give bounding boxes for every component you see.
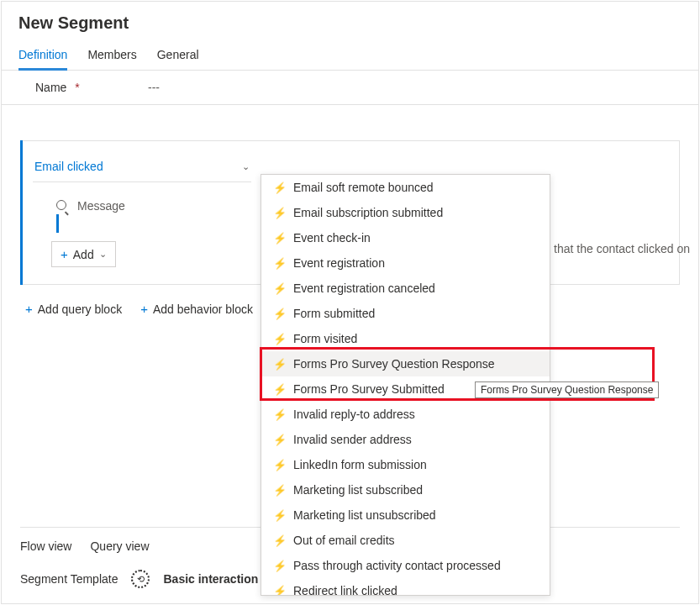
tab-bar: Definition Members General bbox=[2, 41, 698, 71]
menu-item[interactable]: ⚡LinkedIn form submission bbox=[261, 452, 550, 477]
lightning-icon: ⚡ bbox=[273, 308, 285, 320]
lightning-icon: ⚡ bbox=[273, 434, 285, 446]
chevron-down-icon: ⌄ bbox=[242, 161, 250, 172]
required-marker: * bbox=[75, 81, 79, 94]
menu-item-label: Marketing list unsubscribed bbox=[293, 508, 436, 522]
lightning-icon: ⚡ bbox=[273, 333, 285, 345]
menu-item[interactable]: ⚡Invalid reply-to address bbox=[261, 402, 550, 427]
menu-item[interactable]: ⚡Event registration canceled bbox=[261, 276, 550, 301]
segment-template-label: Segment Template bbox=[20, 572, 118, 586]
menu-item-label: Forms Pro Survey Question Response bbox=[293, 357, 495, 371]
menu-item-label: Pass through activity contact processed bbox=[293, 559, 501, 572]
add-behavior-block-button[interactable]: + Add behavior block bbox=[140, 302, 253, 316]
menu-item-label: Email soft remote bounced bbox=[293, 181, 434, 194]
menu-item[interactable]: ⚡Email soft remote bounced bbox=[261, 175, 550, 200]
menu-item[interactable]: ⚡Invalid sender address bbox=[261, 427, 550, 452]
menu-item[interactable]: ⚡Form submitted bbox=[261, 301, 550, 326]
menu-item-label: Event registration bbox=[293, 256, 385, 270]
query-view-link[interactable]: Query view bbox=[90, 539, 149, 553]
template-icon: ⟲ bbox=[131, 570, 150, 588]
menu-item-label: Event check-in bbox=[293, 231, 371, 245]
lightning-icon: ⚡ bbox=[273, 534, 285, 547]
menu-item[interactable]: ⚡Email subscription submitted bbox=[261, 200, 550, 225]
menu-item-label: Form visited bbox=[293, 332, 357, 345]
tooltip: Forms Pro Survey Question Response bbox=[475, 381, 659, 398]
menu-item[interactable]: ⚡Marketing list subscribed bbox=[261, 477, 550, 502]
inline-hint-text: ail that the contact clicked on bbox=[539, 242, 690, 255]
search-icon bbox=[56, 199, 71, 213]
tab-definition[interactable]: Definition bbox=[18, 41, 67, 70]
menu-item-label: Marketing list subscribed bbox=[293, 483, 423, 497]
lightning-icon: ⚡ bbox=[273, 282, 285, 295]
chevron-down-icon: ⌄ bbox=[99, 249, 107, 260]
menu-item[interactable]: ⚡Pass through activity contact processed bbox=[261, 553, 550, 578]
lightning-icon: ⚡ bbox=[273, 408, 285, 421]
plus-icon: + bbox=[140, 302, 148, 316]
message-label: Message bbox=[77, 199, 125, 213]
add-query-block-button[interactable]: + Add query block bbox=[25, 302, 122, 316]
lightning-icon: ⚡ bbox=[273, 257, 285, 270]
behavior-dropdown[interactable]: Email clicked ⌄ bbox=[33, 155, 251, 182]
flow-view-link[interactable]: Flow view bbox=[20, 539, 71, 553]
tab-members[interactable]: Members bbox=[87, 41, 136, 70]
plus-icon: + bbox=[25, 302, 33, 316]
menu-item-label: Invalid sender address bbox=[293, 433, 412, 446]
lightning-icon: ⚡ bbox=[273, 560, 285, 572]
menu-item[interactable]: ⚡Out of email credits bbox=[261, 528, 550, 553]
name-label: Name * bbox=[35, 81, 136, 94]
lightning-icon: ⚡ bbox=[273, 182, 285, 194]
menu-item-label: Form submitted bbox=[293, 307, 375, 320]
lightning-icon: ⚡ bbox=[273, 358, 285, 371]
behavior-dropdown-value: Email clicked bbox=[34, 160, 103, 173]
menu-item[interactable]: ⚡Form visited bbox=[261, 326, 550, 351]
name-value[interactable]: --- bbox=[148, 81, 160, 94]
segment-template-value[interactable]: Basic interaction bbox=[163, 572, 258, 586]
menu-item-label: Email subscription submitted bbox=[293, 206, 443, 219]
add-condition-label: Add bbox=[73, 248, 94, 261]
tab-general[interactable]: General bbox=[157, 41, 199, 70]
lightning-icon: ⚡ bbox=[273, 232, 285, 245]
menu-item[interactable]: ⚡Marketing list unsubscribed bbox=[261, 502, 550, 528]
message-accent bbox=[56, 214, 59, 233]
name-field-row: Name * --- bbox=[2, 71, 698, 105]
menu-item[interactable]: ⚡Event registration bbox=[261, 250, 550, 276]
menu-item-label: Invalid reply-to address bbox=[293, 408, 415, 421]
lightning-icon: ⚡ bbox=[273, 509, 285, 522]
lightning-icon: ⚡ bbox=[273, 484, 285, 497]
lightning-icon: ⚡ bbox=[273, 585, 285, 596]
menu-item-label: Redirect link clicked bbox=[293, 584, 397, 595]
menu-item[interactable]: ⚡Redirect link clicked bbox=[261, 578, 550, 595]
menu-item[interactable]: ⚡Forms Pro Survey Question Response bbox=[261, 351, 550, 376]
menu-item-label: LinkedIn form submission bbox=[293, 458, 427, 471]
plus-icon: + bbox=[61, 247, 68, 261]
menu-item-label: Forms Pro Survey Submitted bbox=[293, 382, 445, 396]
menu-item[interactable]: ⚡Event check-in bbox=[261, 225, 550, 250]
add-condition-button[interactable]: + Add ⌄ bbox=[51, 241, 116, 267]
lightning-icon: ⚡ bbox=[273, 383, 285, 396]
lightning-icon: ⚡ bbox=[273, 459, 285, 471]
lightning-icon: ⚡ bbox=[273, 207, 285, 219]
page-title: New Segment bbox=[2, 2, 698, 41]
menu-item-label: Out of email credits bbox=[293, 534, 395, 547]
block-accent bbox=[20, 140, 23, 285]
menu-item-label: Event registration canceled bbox=[293, 281, 435, 295]
